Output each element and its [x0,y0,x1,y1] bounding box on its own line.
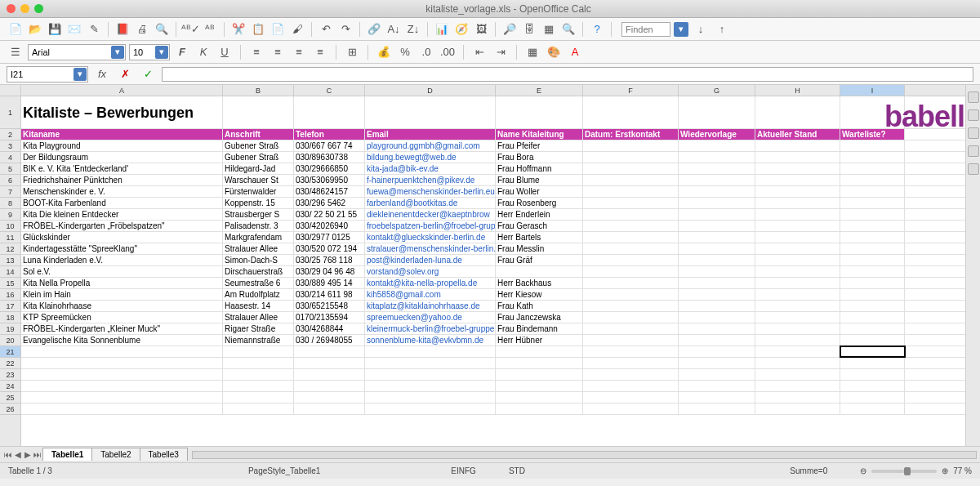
print-icon[interactable]: 🖨 [133,20,151,38]
cell[interactable]: kleinermuck-berlin@froebel-gruppe.d [365,323,496,334]
sidebar-styles-icon[interactable] [968,109,979,121]
col-header-B[interactable]: B [223,85,294,96]
pdf-icon[interactable]: 📕 [114,20,131,38]
cell[interactable] [21,358,223,368]
cell[interactable] [840,209,905,220]
cell[interactable] [755,243,840,254]
function-wizard-icon[interactable]: fx [93,65,111,83]
row-header[interactable]: 26 [0,404,20,415]
row-header[interactable]: 5 [0,163,20,175]
cell[interactable]: BOOT-Kita Farbenland [21,198,223,208]
zoom-value[interactable]: 77 % [953,466,972,475]
cell[interactable] [583,255,679,265]
cell[interactable] [583,323,679,334]
borders-icon[interactable]: ▦ [523,43,541,61]
col-header-E[interactable]: E [496,85,583,96]
cell[interactable]: fuewa@menschenskinder-berlin.eu [365,186,496,197]
copy-icon[interactable]: 📋 [249,20,267,38]
format-paint-icon[interactable]: 🖌 [288,20,306,38]
cell[interactable] [583,369,679,380]
status-sum[interactable]: Summe=0 [790,466,827,475]
bgcolor-icon[interactable]: 🎨 [545,43,563,61]
cell[interactable] [496,346,583,357]
row-header[interactable]: 11 [0,232,20,243]
col-header-I[interactable]: I [840,85,905,96]
sidebar-functions-icon[interactable] [968,163,979,175]
cell[interactable] [583,266,679,277]
cell[interactable] [21,369,223,380]
cell[interactable] [679,163,755,174]
cell[interactable] [365,346,496,357]
align-left-icon[interactable]: ≡ [247,43,265,61]
sort-desc-icon[interactable]: Z↓ [404,20,422,38]
cell[interactable]: Fürstenwalder [223,186,294,197]
cell[interactable]: Am Rudolfplatz [223,289,294,300]
cell[interactable]: Rigaer Straße [223,323,294,334]
cell[interactable]: Herr Enderlein [496,209,583,220]
cell[interactable] [840,301,905,311]
align-center-icon[interactable]: ≡ [269,43,287,61]
cell[interactable]: Evangelische Kita Sonnenblume [21,335,223,346]
cell[interactable] [583,152,679,163]
cell[interactable] [755,198,840,208]
cell[interactable] [679,96,755,128]
cell[interactable] [840,278,905,288]
cell[interactable] [223,358,294,368]
cell[interactable] [496,96,583,128]
font-name-combo[interactable]: Arial▾ [28,44,126,60]
cell[interactable]: Aktueller Stand [755,129,840,140]
cell[interactable]: diekleinenentdecker@kaeptnbrow [365,209,496,220]
status-insert[interactable]: EINFG [451,466,476,475]
cell[interactable] [21,404,223,414]
cell[interactable]: Frau Hoffmann [496,163,583,174]
cell[interactable]: 030/ 22 50 21 55 [294,209,365,220]
row-header[interactable]: 3 [0,140,20,152]
cell[interactable]: Markgrafendam [223,232,294,243]
cell[interactable] [755,404,840,414]
cell[interactable]: Anschrift [223,129,294,140]
cell[interactable]: Gubener Straß [223,152,294,163]
cell[interactable] [365,358,496,368]
cell[interactable]: Frau Janczewska [496,312,583,323]
cell[interactable] [840,392,905,403]
maximize-window-button[interactable] [34,4,43,13]
cell[interactable] [755,209,840,220]
cell[interactable]: 030/53069950 [294,175,365,185]
formula-input[interactable] [162,67,973,82]
cell[interactable] [679,152,755,163]
sidebar-properties-icon[interactable] [968,91,979,103]
cell[interactable] [223,369,294,380]
cell[interactable]: Haasestr. 14 [223,301,294,311]
cell[interactable] [840,312,905,323]
cell[interactable] [679,323,755,334]
cell[interactable]: Strausberger S [223,209,294,220]
sidebar-navigator-icon[interactable] [968,145,979,157]
cell[interactable]: Herr Bartels [496,232,583,243]
zoom-slider[interactable] [871,470,937,473]
sidebar-gallery-icon[interactable] [968,127,979,139]
sheet-tab[interactable]: Tabelle2 [91,448,140,461]
accept-input-icon[interactable]: ✓ [139,65,157,83]
cell[interactable] [755,358,840,368]
cell[interactable]: 030/2977 0125 [294,232,365,243]
cut-icon[interactable]: ✂️ [229,20,247,38]
cell[interactable]: Hildegard-Jad [223,163,294,174]
cell[interactable] [840,221,905,231]
cell[interactable] [679,369,755,380]
cell[interactable] [583,312,679,323]
find-icon[interactable]: 🔎 [501,20,519,38]
cell[interactable] [755,301,840,311]
cell[interactable] [840,381,905,391]
cell[interactable]: 030/520 072 194 [294,243,365,254]
status-std[interactable]: STD [509,466,525,475]
cell[interactable] [294,381,365,391]
row-header[interactable]: 23 [0,369,20,381]
cell[interactable] [840,175,905,185]
cell[interactable]: 030/29 04 96 48 [294,266,365,277]
cell[interactable] [583,198,679,208]
cell[interactable] [679,209,755,220]
cell[interactable]: Luna Kinderladen e.V. [21,255,223,265]
cell[interactable]: 030/4268844 [294,323,365,334]
cell[interactable] [755,266,840,277]
cell[interactable] [755,312,840,323]
